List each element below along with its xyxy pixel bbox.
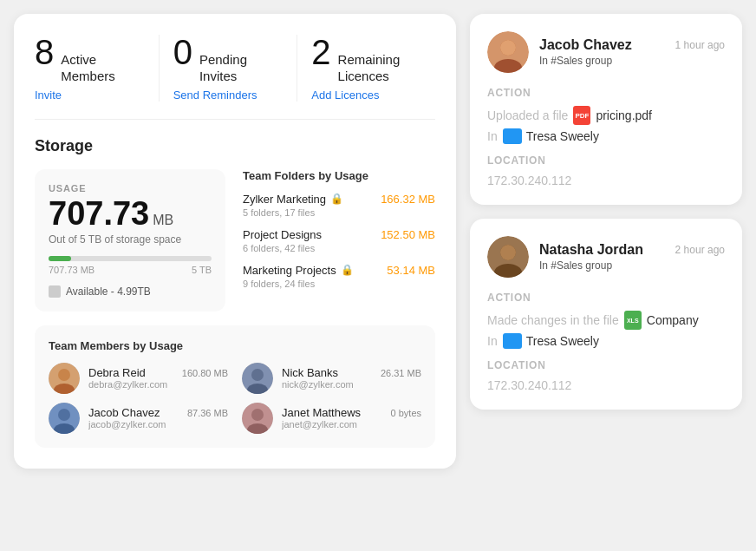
member-name-jacob: Jacob Chavez: [88, 406, 160, 419]
member-info-nick: Nick Banks 26.31 MB nick@zylker.com: [282, 366, 421, 390]
action-label-2: Action: [487, 292, 725, 304]
usage-subtitle: Out of 5 TB of storage space: [49, 233, 212, 246]
member-email-janet: janet@zylker.com: [282, 419, 421, 430]
action-row-1: Uploaded a file PDF pricing.pdf: [487, 106, 725, 125]
location-section-1: Location 172.30.240.112: [487, 154, 725, 187]
folder-size-3: 53.14 MB: [387, 264, 435, 277]
invite-link[interactable]: Invite: [35, 89, 62, 102]
time-ago-natasha: 2 hour ago: [675, 244, 725, 256]
available-label: Available - 4.99TB: [66, 285, 151, 298]
action-in-row-2: In Tresa Sweely: [487, 333, 725, 349]
user-info-jacob: Jacob Chavez 1 hour ago In #Sales group: [539, 37, 725, 67]
lock-icon-1: 🔒: [330, 193, 343, 205]
member-item-jacob: Jacob Chavez 87.36 MB jacob@zylker.com: [49, 403, 228, 434]
action-filename-2: Company: [647, 313, 699, 327]
member-item-janet: Janet Matthews 0 bytes janet@zylker.com: [242, 403, 421, 434]
user-name-jacob: Jacob Chavez: [539, 37, 632, 53]
location-section-2: Location 172.30.240.112: [487, 359, 725, 392]
active-members-count: 8: [35, 35, 54, 69]
member-email-jacob: jacob@zylker.com: [88, 419, 228, 430]
svg-point-15: [500, 40, 516, 56]
user-name-row-natasha: Natasha Jordan 2 hour ago: [539, 242, 725, 258]
location-label-1: Location: [487, 154, 725, 167]
location-value-1: 172.30.240.112: [487, 174, 725, 187]
member-size-jacob: 87.36 MB: [187, 408, 228, 418]
user-info-natasha: Natasha Jordan 2 hour ago In #Sales grou…: [539, 242, 725, 272]
avatar-jacob-small: [49, 403, 80, 434]
in-text-1: In: [487, 129, 498, 143]
progress-bar: [49, 256, 212, 261]
folder-meta-2: 6 folders, 42 files: [243, 243, 435, 253]
storage-content: USAGE 707.73 MB Out of 5 TB of storage s…: [35, 169, 435, 312]
usage-value: 707.73: [49, 197, 149, 230]
avatar-natasha-jordan: [487, 236, 529, 278]
usage-label: USAGE: [49, 183, 212, 194]
total-label: 5 TB: [192, 265, 212, 275]
progress-labels: 707.73 MB 5 TB: [49, 265, 212, 275]
pending-invites-count: 0: [173, 35, 192, 69]
avatar-nick: [242, 363, 273, 394]
user-group-jacob: In #Sales group: [539, 55, 725, 67]
action-text-2: Made changes in the file: [487, 313, 619, 327]
member-item-nick: Nick Banks 26.31 MB nick@zylker.com: [242, 363, 421, 394]
time-ago-jacob: 1 hour ago: [675, 39, 725, 51]
team-members-title: Team Members by Usage: [49, 339, 421, 352]
member-info-janet: Janet Matthews 0 bytes janet@zylker.com: [282, 406, 421, 430]
folder-meta-3: 9 folders, 24 files: [243, 279, 435, 289]
folder-name-2: Project Designs: [243, 228, 322, 241]
in-text-2: In: [487, 334, 498, 348]
action-text-1: Uploaded a file: [487, 108, 568, 122]
member-name-janet: Janet Matthews: [282, 406, 361, 419]
stats-row: 8 ActiveMembers Invite 0 PendingInvites …: [35, 35, 435, 120]
remaining-licences-count: 2: [311, 35, 330, 69]
usage-unit: MB: [153, 213, 173, 228]
folder-name-tag-2: Tresa Sweely: [526, 334, 599, 348]
svg-point-10: [251, 409, 264, 421]
folder-icon-2: [503, 333, 522, 349]
member-size-nick: 26.31 MB: [381, 368, 421, 378]
send-reminders-link[interactable]: Send Reminders: [173, 89, 257, 102]
used-label: 707.73 MB: [49, 265, 94, 275]
location-label-2: Location: [487, 359, 725, 371]
location-value-2: 172.30.240.112: [487, 378, 725, 392]
avatar-jacob-chavez: [487, 31, 529, 73]
svg-point-1: [58, 369, 70, 381]
member-size-debra: 160.80 MB: [182, 368, 228, 378]
avatar-debra: [49, 363, 80, 394]
member-info-debra: Debra Reid 160.80 MB debra@zylker.com: [88, 366, 228, 390]
svg-point-4: [251, 369, 264, 381]
remaining-licences-label: RemainingLicences: [338, 52, 401, 85]
member-name-nick: Nick Banks: [282, 366, 338, 379]
folder-item-2: Project Designs 152.50 MB 6 folders, 42 …: [243, 228, 435, 253]
storage-title: Storage: [35, 137, 435, 155]
active-members-label: ActiveMembers: [61, 52, 115, 85]
folder-tag-2: Tresa Sweely: [503, 333, 599, 349]
folder-tag-1: Tresa Sweely: [503, 128, 599, 144]
member-email-debra: debra@zylker.com: [88, 379, 228, 390]
activity-card-jacob: Jacob Chavez 1 hour ago In #Sales group …: [470, 14, 742, 205]
available-icon: [49, 285, 61, 298]
remaining-licences-stat: 2 RemainingLicences Add Licences: [297, 35, 435, 102]
folder-item-3: Marketing Projects 🔒 53.14 MB 9 folders,…: [243, 264, 435, 289]
lock-icon-3: 🔒: [341, 264, 354, 276]
folder-row-2: Project Designs 152.50 MB: [243, 228, 435, 241]
member-email-nick: nick@zylker.com: [282, 379, 421, 390]
xlsx-icon: XLS: [624, 311, 642, 330]
folder-name-tag-1: Tresa Sweely: [526, 129, 599, 143]
pdf-icon: PDF: [573, 106, 590, 125]
folder-size-1: 166.32 MB: [381, 193, 435, 206]
team-members-box: Team Members by Usage Debra Reid 160.80 …: [35, 325, 435, 448]
user-name-natasha: Natasha Jordan: [539, 242, 643, 258]
user-group-natasha: In #Sales group: [539, 259, 725, 272]
member-name-debra: Debra Reid: [88, 366, 146, 379]
team-folders-title: Team Folders by Usage: [243, 169, 435, 182]
folder-item: Zylker Marketing 🔒 166.32 MB 5 folders, …: [243, 193, 435, 218]
team-folders: Team Folders by Usage Zylker Marketing 🔒…: [243, 169, 435, 312]
add-licences-link[interactable]: Add Licences: [311, 89, 379, 102]
avatar-janet: [242, 403, 273, 434]
member-item-debra: Debra Reid 160.80 MB debra@zylker.com: [49, 363, 228, 394]
folder-name-3: Marketing Projects 🔒: [243, 264, 354, 277]
action-in-row-1: In Tresa Sweely: [487, 128, 725, 144]
user-name-row-jacob: Jacob Chavez 1 hour ago: [539, 37, 725, 53]
folder-size-2: 152.50 MB: [381, 228, 435, 241]
